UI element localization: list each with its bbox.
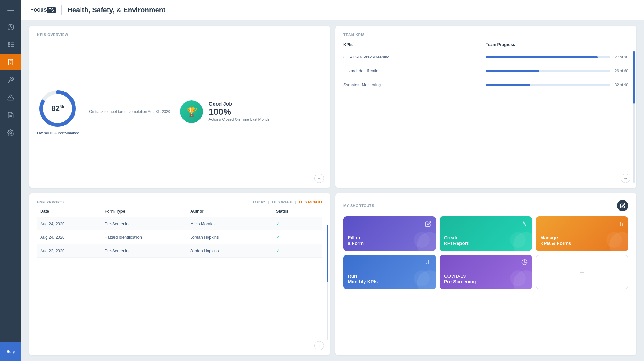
main-content: FocusFS Health, Safety, & Environment KP… [21,0,644,361]
sidebar-item-tools[interactable] [0,72,21,88]
svg-point-15 [10,132,12,134]
hse-row-1: Aug 24, 2020 Hazard Identification Jorda… [37,230,322,244]
header-divider [61,5,62,15]
sidebar-nav [0,16,21,342]
create-kpi-icon [521,221,528,229]
progress-count-1: 26 of 60 [613,69,628,73]
sidebar-item-settings[interactable] [0,125,21,141]
shortcut-create-kpi[interactable]: CreateKPI Report [440,216,532,251]
hse-date-2: Aug 22, 2020 [40,248,104,253]
shortcuts-edit-button[interactable] [617,200,628,211]
page-title: Health, Safety, & Environment [67,6,166,14]
hse-filter-month[interactable]: THIS MONTH [298,200,322,204]
help-label: Help [7,349,15,354]
sidebar-item-dashboard[interactable] [0,19,21,35]
hse-col-status: Status [276,209,319,214]
fill-form-icon [425,221,431,229]
covid-icon [521,259,528,267]
team-kpis-row: Hazard Identification 26 of 60 [343,64,628,78]
gauge-icon [7,23,14,31]
team-kpis-header: KPIs Team Progress [343,42,628,50]
manage-kpi-icon [618,221,624,229]
run-monthly-label: RunMonthly KPIs [348,273,431,285]
logo-fs: FS [47,7,56,13]
shortcuts-header: MY SHORTCUTS [343,200,628,211]
forms-icon [7,58,14,66]
progress-count-0: 27 of 30 [613,55,628,59]
hse-reports-arrow[interactable]: → [314,341,324,350]
good-job-percent: 100% [208,107,269,117]
shortcut-manage-kpi[interactable]: ManageKPIs & Forms [536,216,628,251]
create-kpi-label: CreateKPI Report [444,235,528,247]
trophy-circle: 🏆 [180,100,203,123]
sidebar-hamburger[interactable] [0,0,21,16]
hse-author-0: Miles Morales [190,221,276,226]
hse-status-0: ✓ [276,221,319,226]
sidebar: Help [0,0,21,361]
shortcut-run-monthly[interactable]: RunMonthly KPIs [343,255,436,289]
help-button[interactable]: Help [0,342,21,361]
hse-date-0: Aug 24, 2020 [40,221,104,226]
progress-cell-0: 27 of 30 [486,55,628,59]
hse-author-2: Jordan Hopkins [190,248,276,253]
sidebar-item-reports[interactable] [0,107,21,123]
donut-wrapper: 82% Overall HSE Performance [37,88,79,135]
hse-reports-title: HSE REPORTS [37,200,65,204]
kpis-body: 82% Overall HSE Performance On track to … [37,42,322,181]
kpis-on-track: On track to meet target completion Aug 3… [89,109,170,114]
team-kpis-scrollbar-thumb [633,51,635,104]
team-kpis-name-0: COVID-19 Pre-Screening [343,55,486,59]
team-kpis-row: Symptom Monitoring 32 of 90 [343,78,628,92]
kpis-overview-arrow[interactable]: → [314,174,324,183]
kpis-middle: On track to meet target completion Aug 3… [89,109,170,114]
reports-icon [7,111,14,119]
settings-icon [7,129,14,136]
logo-text: FocusFS [30,7,56,13]
kpis-overview-title: KPIS OVERVIEW [37,33,322,36]
hse-filter-today[interactable]: TODAY [253,200,265,204]
progress-cell-1: 26 of 60 [486,69,628,73]
shortcut-fill-form[interactable]: Fill ina Form [343,216,436,251]
donut-center: 82% [51,104,64,113]
progress-bar-bg-2 [486,84,610,86]
hse-row-2: Aug 22, 2020 Pre-Screening Jordan Hopkin… [37,244,322,258]
fill-form-label: Fill ina Form [348,235,431,247]
hse-filter-week[interactable]: THIS WEEK [271,200,292,204]
team-kpis-card: TEAM KPIS KPIs Team Progress COVID-19 Pr… [335,26,636,188]
team-kpis-header-progress: Team Progress [486,42,628,47]
shortcut-add-new[interactable]: + [536,255,628,289]
hse-status-1: ✓ [276,234,319,240]
hse-table-header: Date Form Type Author Status [37,209,322,217]
hse-formtype-1: Hazard Identification [104,235,190,240]
hse-col-author: Author [190,209,276,214]
dashboard: KPIS OVERVIEW 82% [21,20,644,361]
team-kpis-title: TEAM KPIS [343,33,628,36]
hse-filter: TODAY | THIS WEEK | THIS MONTH [253,200,322,204]
progress-cell-2: 32 of 90 [486,83,628,87]
team-kpis-row: COVID-19 Pre-Screening 27 of 30 [343,50,628,64]
good-job-subtitle: Actions Closed On Time Last Month [208,117,269,122]
progress-count-2: 32 of 90 [613,83,628,87]
sidebar-item-forms[interactable] [0,54,21,70]
header: FocusFS Health, Safety, & Environment [21,0,644,20]
team-kpis-table: KPIs Team Progress COVID-19 Pre-Screenin… [343,42,628,181]
sidebar-item-list[interactable] [0,36,21,53]
hamburger-icon [7,6,14,11]
list-icon [7,41,14,48]
team-kpis-header-kpis: KPIs [343,42,486,47]
sidebar-item-alerts[interactable] [0,89,21,106]
good-job-text: Good Job 100% Actions Closed On Time Las… [208,101,269,122]
progress-bar-fill-1 [486,70,539,72]
progress-bar-bg-1 [486,70,610,72]
team-kpis-name-2: Symptom Monitoring [343,82,486,87]
team-kpis-arrow[interactable]: → [621,174,630,183]
team-kpis-name-1: Hazard Identification [343,69,486,73]
logo: FocusFS [30,7,56,13]
shortcut-covid-screening[interactable]: COVID-19Pre-Screening [440,255,532,289]
hse-date-1: Aug 24, 2020 [40,235,104,240]
hse-reports-card: HSE REPORTS TODAY | THIS WEEK | THIS MON… [29,193,330,355]
progress-bar-bg-0 [486,56,610,58]
good-job-title: Good Job [208,101,269,107]
hse-formtype-0: Pre-Screening [104,221,190,226]
team-kpis-scrollbar [633,51,635,183]
